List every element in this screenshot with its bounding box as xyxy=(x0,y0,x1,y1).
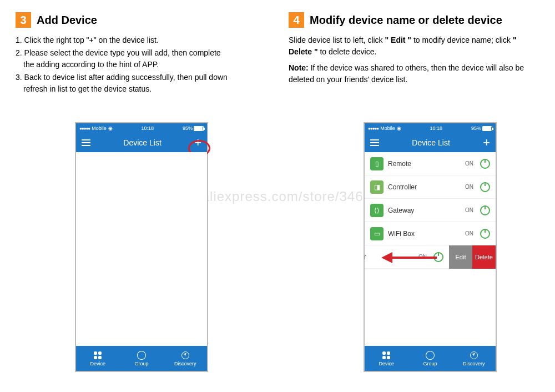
nav-title: Device List xyxy=(412,138,450,147)
signal-dots: ●●●●● xyxy=(79,126,90,131)
tab-device[interactable]: Device xyxy=(76,346,120,371)
menu-icon[interactable] xyxy=(370,139,379,146)
link-icon xyxy=(137,351,146,360)
tab-discovery[interactable]: Discovery xyxy=(163,346,207,371)
device-list: ▯ Remote ON ◨ Controller ON ⟨⟩ Gateway O… xyxy=(365,152,496,346)
step-1: 1. Click the right top "+" on the device… xyxy=(16,34,266,46)
grid-icon xyxy=(93,351,102,360)
delete-button[interactable]: Delete xyxy=(472,245,496,269)
device-row-controller[interactable]: ◨ Controller ON xyxy=(365,175,496,199)
compass-icon xyxy=(181,351,190,360)
step-number-4: 4 xyxy=(289,12,304,28)
phone-screenshot-2: ●●●●● Mobile ◉ 10:18 95% Device List + ▯… xyxy=(364,122,497,372)
signal-dots: ●●●●● xyxy=(368,126,379,131)
battery-icon xyxy=(194,126,204,131)
compass-icon xyxy=(470,351,478,360)
section-4-title: Modify device name or delete device xyxy=(310,14,502,27)
section-3: 3 Add Device 1. Click the right top "+" … xyxy=(16,12,266,96)
section-4-instruction: Slide device list to left, click " Edit … xyxy=(289,34,539,58)
nav-bar: Device List + xyxy=(365,133,496,152)
step-3: 3. Back to device list after adding succ… xyxy=(16,72,266,95)
wifi-icon: ◉ xyxy=(397,125,401,131)
nav-title: Device List xyxy=(123,138,161,147)
menu-icon[interactable] xyxy=(82,139,90,146)
section-3-header: 3 Add Device xyxy=(16,12,266,28)
section-3-title: Add Device xyxy=(37,14,97,27)
device-list-empty xyxy=(76,152,207,346)
remote-icon: ▯ xyxy=(370,157,384,170)
battery-percent: 95% xyxy=(471,125,481,131)
section-4-header: 4 Modify device name or delete device xyxy=(289,12,539,28)
nav-bar: Device List + xyxy=(76,133,207,152)
status-bar: ●●●●● Mobile ◉ 10:18 95% xyxy=(365,123,496,133)
gateway-icon: ⟨⟩ xyxy=(370,204,384,217)
power-icon[interactable] xyxy=(480,229,490,239)
device-row-gateway[interactable]: ⟨⟩ Gateway ON xyxy=(365,199,496,222)
step-number-3: 3 xyxy=(16,12,31,28)
swipe-arrow xyxy=(381,252,437,263)
section-4-note: Note: If the device was shared to others… xyxy=(289,62,539,86)
battery-icon xyxy=(482,126,492,131)
tab-group[interactable]: Group xyxy=(120,346,164,371)
power-icon[interactable] xyxy=(480,182,490,192)
device-row-wifibox[interactable]: ▭ WiFi Box ON xyxy=(365,222,496,245)
section-4: 4 Modify device name or delete device Sl… xyxy=(289,12,539,96)
tab-discovery[interactable]: Discovery xyxy=(452,346,496,371)
tab-device[interactable]: Device xyxy=(365,346,408,371)
add-device-button[interactable]: + xyxy=(483,137,490,149)
phone-screenshot-1: ●●●●● Mobile ◉ 10:18 95% Device List + D… xyxy=(75,122,208,372)
step-2: 2. Please select the device type you wil… xyxy=(16,47,266,71)
status-bar: ●●●●● Mobile ◉ 10:18 95% xyxy=(76,123,207,133)
carrier-label: Mobile xyxy=(380,125,395,131)
wifi-icon: ◉ xyxy=(108,125,113,131)
wifibox-icon: ▭ xyxy=(370,227,384,240)
battery-percent: 95% xyxy=(183,125,193,131)
time-label: 10:18 xyxy=(142,125,154,131)
edit-button[interactable]: Edit xyxy=(449,245,472,269)
carrier-label: Mobile xyxy=(92,125,107,131)
bottom-tabs: Device Group Discovery xyxy=(76,346,207,371)
grid-icon xyxy=(382,351,391,360)
time-label: 10:18 xyxy=(430,125,443,131)
power-icon[interactable] xyxy=(480,159,490,169)
tab-group[interactable]: Group xyxy=(408,346,452,371)
controller-icon: ◨ xyxy=(370,180,384,194)
device-row-remote[interactable]: ▯ Remote ON xyxy=(365,152,496,175)
bottom-tabs: Device Group Discovery xyxy=(365,346,496,371)
power-icon[interactable] xyxy=(480,205,490,215)
link-icon xyxy=(426,351,435,360)
